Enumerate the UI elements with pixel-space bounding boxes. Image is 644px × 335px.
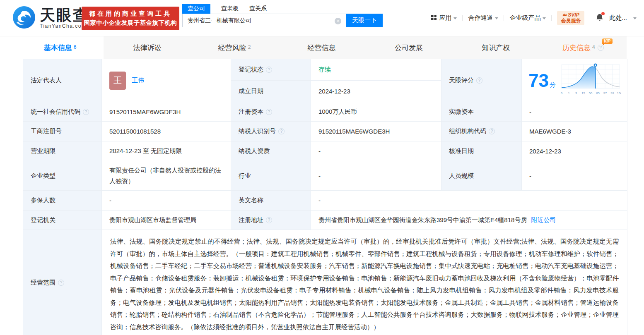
tab-history-info[interactable]: VIP 历史信息 4 <box>540 36 627 59</box>
nav-partner[interactable]: 合作通道 <box>468 14 498 22</box>
staff-size-value-cell: - <box>522 161 627 191</box>
tab-risk-count: 2 <box>248 44 251 50</box>
axis-tick: 85 <box>596 91 599 95</box>
svip-member-badge[interactable]: SVIP 会员服务 <box>557 11 584 25</box>
company-type-value-cell: 有限责任公司（非自然人投资或控股的法人独资） <box>102 161 231 191</box>
search-area: 查公司 查老板 查关系 × 天眼一下 <box>182 2 383 27</box>
credit-code-label-cell: 统一社会信用代码 <box>23 102 102 122</box>
axis-tick: 1 <box>568 91 569 95</box>
notifications-bell-icon[interactable] <box>596 13 604 23</box>
help-icon[interactable] <box>266 109 272 115</box>
status-date-subgrid: 登记状态 存续 成立日期 2024-12-23 <box>231 59 441 102</box>
nav-user-menu[interactable]: 此处... <box>609 14 637 22</box>
org-code-label-cell: 组织机构代码 <box>441 122 522 141</box>
legal-rep-name-link[interactable]: 王伟 <box>132 77 144 84</box>
org-code-value-cell: MAE6WGDE-3 <box>522 122 627 141</box>
reg-authority-value-cell: 贵阳市观山湖区市场监督管理局 <box>102 211 231 230</box>
nav-apps[interactable]: 应用 <box>431 14 457 22</box>
tab-business-risk[interactable]: 经营风险 2 <box>191 36 278 59</box>
company-type-label-cell: 企业类型 <box>23 161 102 191</box>
slogan-badge: 都在用的商业查询工具 国家中小企业发展子基金旗下机构 <box>82 7 179 30</box>
reg-number-value-cell: 520115001081528 <box>102 122 231 141</box>
score-distribution-chart: 0 1 3 15 50 85 97 99 100 <box>559 62 621 99</box>
chevron-down-icon <box>495 17 498 19</box>
paid-capital-label-cell: 实缴资本 <box>441 102 522 122</box>
help-icon[interactable] <box>476 77 482 84</box>
legal-rep-avatar[interactable]: 王 <box>109 72 126 90</box>
divider <box>504 15 504 21</box>
search-button[interactable]: 天眼一下 <box>346 14 383 27</box>
tab-business-info[interactable]: 经营信息 <box>278 36 365 59</box>
term-value-cell: 2024-12-23 至 无固定期限 <box>102 141 231 161</box>
address-label-cell: 注册地址 <box>231 211 311 230</box>
help-icon[interactable] <box>83 109 89 115</box>
axis-tick: 100 <box>617 91 621 95</box>
nav-enterprise[interactable]: 企业级产品 <box>509 14 546 22</box>
score-unit: 分 <box>550 81 556 89</box>
site-logo[interactable]: 天眼查 TianYanCha.com <box>12 6 89 31</box>
clear-search-icon[interactable]: × <box>335 18 341 24</box>
search-tab-boss[interactable]: 查老板 <box>221 4 239 14</box>
divider <box>551 15 552 21</box>
english-name-value-cell: - <box>311 191 627 211</box>
tab-basic-count: 6 <box>74 44 77 50</box>
industry-label-cell: 行业 <box>231 161 311 191</box>
help-icon[interactable] <box>598 45 604 51</box>
taxpayer-id-label-cell: 纳税人识别号 <box>231 122 311 141</box>
search-input-box: × <box>182 14 346 27</box>
axis-tick: 0 <box>561 91 562 95</box>
help-icon[interactable] <box>266 217 272 223</box>
axis-tick: 97 <box>603 91 607 95</box>
reg-status-value-cell: 存续 <box>311 59 441 81</box>
search-tabs: 查公司 查老板 查关系 <box>182 2 383 14</box>
score-value-cell: 73 分 <box>522 59 627 102</box>
header-nav: 应用 合作通道 企业级产品 SVIP 会员服务 <box>431 11 637 25</box>
axis-tick: 3 <box>575 91 577 95</box>
vip-flag: VIP <box>602 38 613 44</box>
est-date-value-cell: 2024-12-23 <box>311 81 441 102</box>
basic-info-table: 法定代表人 王 王伟 登记状态 存续 成立日期 2024-12-23 天眼评分 … <box>23 59 627 335</box>
site-header: 天眼查 TianYanCha.com 都在用的商业查询工具 国家中小企业发展子基… <box>0 0 644 36</box>
tab-company-development[interactable]: 公司发展 <box>365 36 452 59</box>
taxpayer-qual-value-cell: - <box>311 141 441 161</box>
help-icon[interactable] <box>489 128 495 134</box>
score-label-cell: 天眼评分 <box>441 59 522 102</box>
search-tab-company[interactable]: 查公司 <box>182 4 210 14</box>
score-number: 73 <box>528 72 549 90</box>
legal-rep-label-cell: 法定代表人 <box>23 59 102 102</box>
help-icon[interactable] <box>278 128 285 134</box>
chevron-down-icon <box>453 17 457 19</box>
help-icon[interactable] <box>58 280 64 286</box>
notification-dot <box>601 12 605 15</box>
reg-capital-label-cell: 注册资本 <box>231 102 311 122</box>
insured-label-cell: 参保人数 <box>23 191 102 211</box>
taxpayer-qual-label-cell: 纳税人资质 <box>231 141 311 161</box>
chevron-down-icon <box>633 17 637 19</box>
legal-rep-value-cell: 王 王伟 <box>102 59 231 102</box>
paid-capital-value-cell: - <box>522 102 627 122</box>
scope-label-cell: 经营范围 <box>23 230 102 335</box>
term-label-cell: 营业期限 <box>23 141 102 161</box>
approval-date-label-cell: 核准日期 <box>441 141 522 161</box>
tab-intellectual-property[interactable]: 知识产权 <box>452 36 539 59</box>
tab-legal-proceedings[interactable]: 法律诉讼 <box>104 36 191 59</box>
nearby-companies-link[interactable]: 附近公司 <box>531 216 556 224</box>
search-input[interactable] <box>183 14 328 27</box>
scope-value-cell: 法律、法规、国务院决定规定禁止的不得经营；法律、法规、国务院决定规定应当许可（审… <box>102 230 627 335</box>
reg-number-label-cell: 工商注册号 <box>23 122 102 141</box>
tab-basic-info[interactable]: 基本信息 6 <box>17 36 104 59</box>
credit-code-value-cell: 91520115MAE6WGDE3H <box>102 102 231 122</box>
search-tab-relation[interactable]: 查关系 <box>249 4 267 14</box>
help-icon[interactable] <box>266 67 272 73</box>
reg-authority-label-cell: 登记机关 <box>23 211 102 230</box>
staff-size-label-cell: 人员规模 <box>441 161 522 191</box>
slogan-line2: 国家中小企业发展子基金旗下机构 <box>84 19 177 27</box>
status-badge: 存续 <box>318 66 331 74</box>
axis-tick: 99 <box>610 91 614 95</box>
tab-history-count: 4 <box>592 44 595 50</box>
tianyancha-logo-icon <box>12 6 36 31</box>
chevron-down-icon <box>543 17 546 19</box>
industry-value-cell: - <box>311 161 441 191</box>
slogan-line1: 都在用的商业查询工具 <box>89 10 172 18</box>
est-date-label-cell: 成立日期 <box>231 81 311 102</box>
